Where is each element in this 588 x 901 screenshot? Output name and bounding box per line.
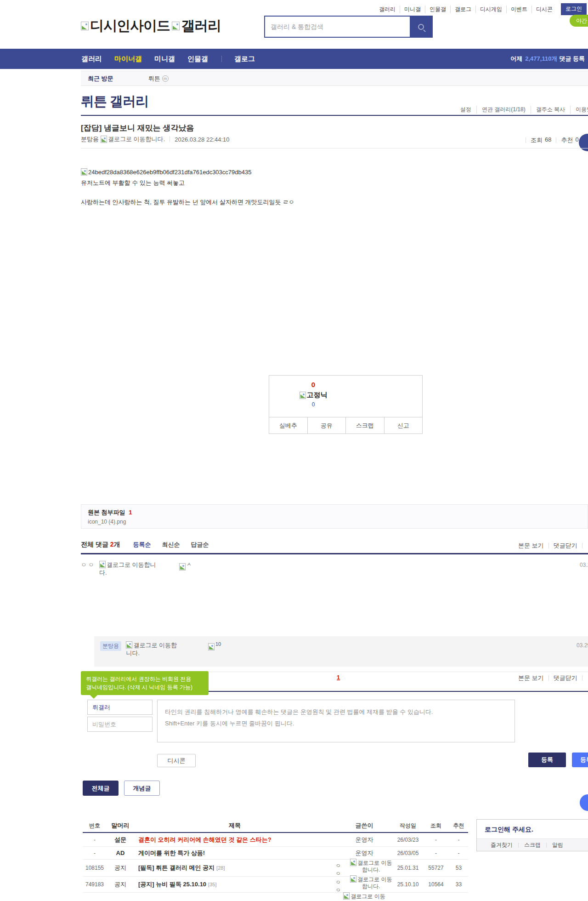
night-mode-button[interactable]: 야간 모드	[570, 15, 588, 27]
top-link-gallery[interactable]: 갤러리	[375, 6, 400, 13]
comment-input[interactable]: 타인의 권리를 침해하거나 명예를 훼손하는 댓글은 운영원칙 및 관련 법률에…	[157, 700, 515, 742]
attachment-label: 원본 첨부파일	[88, 509, 125, 516]
recent-gallery-name: 뤼튼	[148, 74, 160, 83]
dccon-button[interactable]: 디시콘	[157, 754, 196, 767]
post-link[interactable]: [필독] 뤼튼 갤러리 메인 공지	[138, 864, 215, 871]
row-category: 공지	[107, 880, 134, 889]
writer-gallog-link[interactable]: ㅇㅇ 갤로그로 이동합니다.	[335, 859, 393, 878]
gallog-text: 갤로그로 이동합니다.	[357, 876, 392, 890]
post-author-nickname[interactable]: 분탕용	[81, 135, 99, 143]
related-galleries-link[interactable]: 연관 갤러리(1/18)	[476, 106, 531, 114]
nav-person-gallery[interactable]: 인물갤	[187, 55, 208, 63]
divider	[548, 675, 549, 681]
divider	[582, 543, 582, 548]
recommend-count: 0	[575, 136, 578, 144]
top-link-dccon[interactable]: 디시콘	[531, 6, 557, 13]
gallery-title[interactable]: 뤼튼 갤러리	[81, 92, 148, 111]
dcinside-gallery-page: 갤러리 미니갤 인물갤 갤로그 디시게임 이벤트 디시콘 로그인 야간 모드 디…	[0, 0, 588, 901]
comment-page-1[interactable]: 1	[337, 674, 340, 681]
gallery-settings-link[interactable]: 설정	[460, 106, 476, 114]
concept-posts-button[interactable]: 개념글	[124, 781, 160, 796]
all-posts-button[interactable]: 전체글	[83, 781, 119, 796]
post-content: 24bedf28da8368e626eb9ffb06df231dfa761edc…	[81, 168, 588, 206]
table-row: 108155 공지 [필독] 뤼튼 갤러리 메인 공지[28] ㅇㅇ 갤로그로 …	[83, 860, 468, 877]
vote-cluster: 0 고정닉 0	[282, 381, 345, 408]
post-link[interactable]: 결혼이 오히려 커리어에 손해였던 것 같은 스타는?	[138, 836, 271, 843]
copy-gallery-url-link[interactable]: 갤주소 복사	[531, 106, 570, 114]
header-writer: 글쓴이	[335, 821, 393, 830]
nickname-tooltip: 뤼갤러는 갤러리에서 권장하는 비회원 전용 갤닉네임입니다. (삭제 시 닉네…	[81, 671, 209, 695]
comment-item: 분탕용 갤로그로 이동합니다. 10 03.29 2	[94, 636, 588, 667]
comment-password-input[interactable]	[87, 717, 153, 732]
view-post-link[interactable]: 본문 보기	[518, 542, 544, 550]
row-category: 설문	[107, 836, 134, 844]
comment-submit-button-alt[interactable]: 등록	[572, 753, 588, 767]
write-post-button[interactable]	[580, 794, 588, 811]
comments-top-border	[81, 553, 588, 554]
table-row: - AD 게이머를 위한 특가 상품! 운영자 26/03/05 - -	[83, 847, 468, 860]
site-logo[interactable]: 디시인사이드 갤러리	[81, 17, 221, 35]
report-button[interactable]: 신고	[384, 417, 423, 433]
usage-guide-link[interactable]: 이용안내	[570, 106, 588, 114]
search-button[interactable]	[410, 17, 432, 37]
top-link-persongall[interactable]: 인물갤	[425, 6, 450, 13]
recent-gallery-link[interactable]: 뤼튼 m	[148, 74, 169, 83]
post-author-gallog-link[interactable]: 갤로그로 이동합니다.	[101, 135, 165, 143]
broken-image-icon	[350, 875, 356, 883]
post-author-row: 분탕용 갤로그로 이동합니다. 2026.03.28 22:44:10	[81, 135, 230, 143]
post-link[interactable]: [공지] 뉴비 필독 25.10.10	[138, 881, 206, 888]
table-row: - 설문 결혼이 오히려 커리어에 손해였던 것 같은 스타는? 운영자 26/…	[83, 833, 468, 847]
row-recommends: 33	[449, 881, 468, 888]
login-button[interactable]: 로그인	[561, 3, 587, 15]
sort-reply[interactable]: 답글순	[191, 541, 209, 549]
row-recommends: 53	[449, 865, 468, 871]
nav-minor-gallery[interactable]: 마이너갤	[114, 55, 142, 63]
comment-author-gallog-link[interactable]: 갤로그로 이동합니다.	[126, 641, 182, 657]
scrap-button[interactable]: 스크랩	[345, 417, 384, 433]
scrap-link[interactable]: 스크랩	[524, 841, 541, 849]
comment-controls-bottom: 본문 보기 댓글닫기	[518, 674, 587, 682]
silbechu-button[interactable]: 실베추	[269, 417, 307, 433]
post-link[interactable]: 게이머를 위한 특가 상품!	[138, 850, 205, 856]
gallog-text: 갤로그로 이동합니다.	[99, 561, 156, 576]
broken-image-icon	[208, 643, 215, 650]
post-header-divider	[81, 148, 588, 148]
writer-gallog-link[interactable]: 갤로그로 이동합	[342, 892, 387, 901]
favorites-link[interactable]: 즐겨찾기	[491, 841, 513, 849]
sort-newest[interactable]: 최신순	[162, 541, 180, 549]
nav-gallog[interactable]: 갤로그	[234, 55, 255, 63]
top-link-minigall[interactable]: 미니갤	[400, 6, 425, 13]
nav-gallery[interactable]: 갤러리	[81, 55, 102, 63]
search-input[interactable]	[265, 17, 410, 37]
broken-image-icon	[300, 392, 306, 399]
comment-author-gallog-link[interactable]: 갤로그로 이동합니다.	[99, 561, 162, 576]
broken-image-icon	[99, 561, 106, 568]
post-title: [잡담] 냄글보니 재밌는 생각났음	[81, 123, 194, 133]
top-link-dcgame[interactable]: 디시게임	[475, 6, 506, 13]
fixed-nick-label: 고정닉	[307, 391, 328, 399]
writer-gallog-link[interactable]: ㅇㅇ 갤로그로 이동합니다.	[335, 875, 393, 894]
comments-total-label: 전체 댓글	[81, 541, 108, 548]
header-category: 말머리	[107, 821, 134, 830]
share-button[interactable]: 공유	[307, 417, 346, 433]
nav-mini-gallery[interactable]: 미니갤	[154, 55, 175, 63]
comment-submit-button[interactable]: 등록	[528, 753, 566, 767]
login-message: 로그인해 주세요.	[477, 820, 588, 834]
attachment-filename[interactable]: icon_10 (4).png	[88, 519, 581, 525]
view-post-link[interactable]: 본문 보기	[518, 674, 544, 682]
comment-content: ㅅ	[179, 561, 192, 571]
table-row: 갤로그로 이동합	[83, 893, 468, 901]
header-date: 작성일	[393, 822, 423, 830]
comment-author-badge[interactable]: 분탕용	[100, 641, 121, 651]
top-link-gallog[interactable]: 갤로그	[450, 6, 475, 13]
sort-registered[interactable]: 등록순	[133, 541, 151, 549]
close-comments-link[interactable]: 댓글닫기	[554, 542, 577, 550]
post-date: 2026.03.28 22:44:10	[175, 136, 229, 143]
close-comments-link[interactable]: 댓글닫기	[554, 674, 577, 682]
row-date: 25.01.31	[393, 865, 423, 871]
notifications-link[interactable]: 알림	[552, 841, 563, 849]
divider	[170, 137, 170, 142]
top-link-event[interactable]: 이벤트	[506, 6, 531, 13]
comment-sort-options: 등록순 최신순 답글순	[133, 541, 220, 549]
comment-author-nickname[interactable]: ㅇㅇ	[81, 561, 96, 569]
